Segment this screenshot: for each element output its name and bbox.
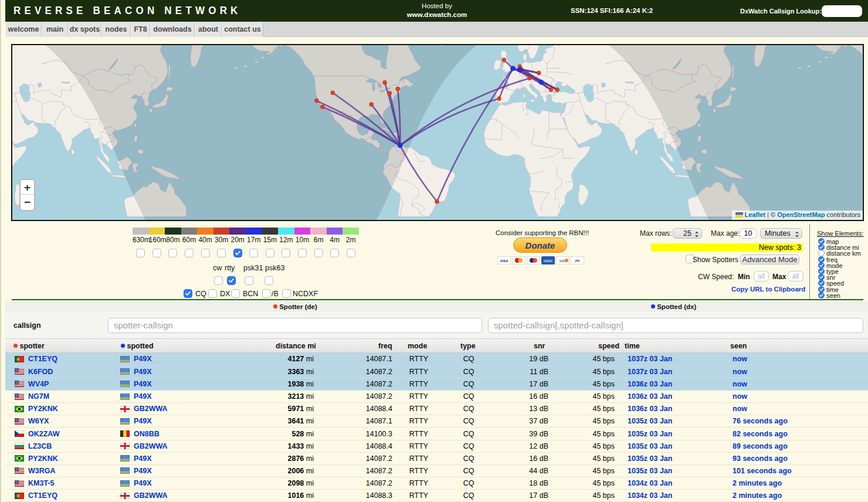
svg-text:PP: PP (575, 259, 580, 263)
svg-text:AMEX: AMEX (544, 259, 553, 263)
svg-text:VISA: VISA (500, 259, 508, 263)
